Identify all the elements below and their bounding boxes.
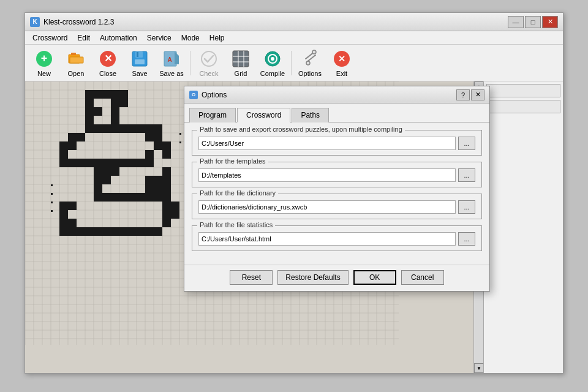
svg-rect-167 — [154, 176, 162, 184]
svg-rect-179 — [145, 193, 154, 202]
svg-rect-154 — [102, 159, 111, 167]
svg-rect-178 — [137, 193, 145, 202]
statistics-path-input[interactable] — [198, 232, 456, 246]
svg-rect-138 — [68, 133, 77, 141]
svg-rect-175 — [111, 193, 119, 202]
svg-rect-203 — [154, 227, 162, 236]
svg-rect-190 — [68, 219, 77, 227]
svg-rect-173 — [94, 193, 102, 202]
menu-help[interactable]: Help — [205, 32, 230, 43]
svg-rect-165 — [102, 176, 111, 184]
svg-rect-111 — [111, 90, 119, 99]
dialog-title-bar: O Options ? ✕ — [184, 86, 489, 104]
svg-text:✕: ✕ — [104, 53, 112, 64]
svg-rect-125 — [85, 116, 94, 124]
tab-program[interactable]: Program — [189, 108, 236, 123]
svg-rect-146 — [59, 150, 68, 159]
toolbar-exit-button[interactable]: ✕ Exit — [326, 47, 357, 79]
svg-rect-201 — [137, 227, 145, 236]
restore-defaults-button[interactable]: Restore Defaults — [277, 270, 348, 285]
svg-rect-158 — [137, 159, 145, 167]
export-path-input[interactable] — [198, 137, 456, 150]
svg-rect-193 — [68, 227, 77, 236]
templates-browse-button[interactable]: ... — [458, 168, 475, 182]
toolbar-save-button[interactable]: Save — [124, 47, 155, 79]
dictionary-browse-button[interactable]: ... — [458, 200, 475, 214]
menu-automation[interactable]: Automation — [95, 32, 142, 43]
svg-rect-200 — [128, 227, 137, 236]
svg-rect-143 — [68, 141, 77, 150]
toolbar-sep-2 — [291, 51, 292, 75]
svg-rect-168 — [162, 176, 171, 184]
svg-rect-115 — [85, 99, 94, 107]
toolbar-options-button[interactable]: Options — [295, 47, 325, 79]
menu-crossword[interactable]: Crossword — [28, 32, 72, 43]
svg-rect-209 — [179, 141, 181, 143]
svg-rect-198 — [111, 227, 119, 236]
toolbar: + New Open ✕ Close — [25, 45, 563, 81]
tab-paths[interactable]: Paths — [292, 108, 329, 123]
svg-rect-202 — [145, 227, 154, 236]
toolbar-grid-button[interactable]: Grid — [225, 47, 256, 79]
dialog-content: Path to save and export crossword puzzle… — [184, 123, 489, 265]
check-icon — [199, 49, 219, 69]
saveas-icon: A — [162, 49, 181, 69]
toolbar-close-button[interactable]: ✕ Close — [92, 47, 123, 79]
svg-rect-197 — [102, 227, 111, 236]
dialog-help-button[interactable]: ? — [456, 89, 470, 100]
tab-crossword[interactable]: Crossword — [237, 108, 290, 123]
toolbar-check-label: Check — [199, 70, 218, 77]
svg-rect-160 — [94, 167, 102, 176]
svg-rect-109 — [94, 90, 102, 99]
export-browse-button[interactable]: ... — [458, 137, 475, 150]
svg-rect-8 — [135, 51, 143, 58]
svg-rect-186 — [59, 210, 68, 219]
menu-edit[interactable]: Edit — [72, 32, 95, 43]
ok-button[interactable]: OK — [353, 270, 396, 285]
svg-rect-180 — [154, 193, 162, 202]
close-window-button[interactable]: ✕ — [542, 16, 558, 28]
right-input-1[interactable] — [486, 84, 560, 97]
toolbar-open-button[interactable]: Open — [61, 47, 91, 79]
svg-rect-147 — [145, 150, 154, 159]
reset-button[interactable]: Reset — [230, 270, 273, 285]
templates-path-group: Path for the templates ... — [192, 162, 482, 187]
menu-mode[interactable]: Mode — [176, 32, 205, 43]
svg-rect-166 — [145, 176, 154, 184]
statistics-browse-button[interactable]: ... — [458, 232, 475, 246]
dictionary-path-input[interactable] — [198, 200, 456, 214]
toolbar-save-label: Save — [132, 70, 147, 77]
statistics-path-group: Path for the file statistics ... — [192, 225, 482, 251]
svg-rect-148 — [162, 150, 171, 159]
svg-rect-192 — [59, 227, 68, 236]
minimize-button[interactable]: — — [508, 16, 524, 28]
export-path-group: Path to save and export crossword puzzle… — [192, 130, 482, 156]
dialog-close-button[interactable]: ✕ — [471, 89, 484, 100]
toolbar-open-label: Open — [68, 70, 85, 77]
svg-rect-152 — [85, 159, 94, 167]
open-icon — [66, 49, 86, 69]
right-input-2[interactable] — [486, 100, 560, 113]
svg-rect-181 — [162, 193, 171, 202]
toolbar-saveas-label: Save as — [159, 70, 184, 77]
svg-rect-184 — [162, 202, 171, 210]
svg-rect-169 — [94, 184, 102, 193]
cancel-button[interactable]: Cancel — [401, 270, 444, 285]
svg-rect-144 — [154, 141, 162, 150]
toolbar-compile-button[interactable]: Compile — [257, 47, 288, 79]
save-icon — [130, 49, 149, 69]
toolbar-saveas-button[interactable]: A Save as — [156, 47, 187, 79]
svg-rect-121 — [94, 107, 102, 116]
svg-rect-117 — [119, 99, 128, 107]
compile-icon — [263, 49, 282, 69]
templates-path-input[interactable] — [198, 168, 456, 182]
dictionary-path-legend: Path for the file dictionary — [197, 189, 278, 197]
svg-rect-145 — [162, 141, 171, 150]
maximize-button[interactable]: □ — [525, 16, 541, 28]
svg-rect-189 — [59, 219, 68, 227]
toolbar-close-label: Close — [99, 70, 116, 77]
toolbar-new-button[interactable]: + New — [29, 47, 59, 79]
scroll-down-button[interactable]: ▼ — [474, 363, 484, 373]
toolbar-grid-label: Grid — [235, 70, 247, 77]
menu-service[interactable]: Service — [142, 32, 176, 43]
